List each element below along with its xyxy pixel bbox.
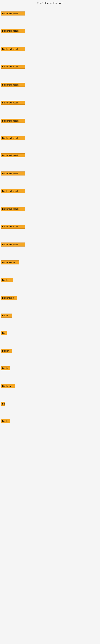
bottleneck-item: Bottlen — [1, 349, 12, 354]
bottleneck-badge[interactable]: Bottle — [1, 366, 10, 370]
bottleneck-badge[interactable]: Bot — [1, 331, 7, 335]
bottleneck-badge[interactable]: Bottleneck re — [1, 260, 19, 264]
bottleneck-badge[interactable]: Bottleneck result — [1, 242, 25, 246]
bottleneck-badge[interactable]: Bottleneck result — [1, 29, 25, 33]
bottleneck-badge[interactable]: Bottleneck result — [1, 47, 25, 51]
bottleneck-item: Bottle — [1, 366, 10, 371]
bottleneck-badge[interactable]: Bottleneck result — [1, 153, 25, 158]
bottleneck-item: Bottleneck result — [1, 224, 25, 230]
bottleneck-badge[interactable]: Bottleneck result — [1, 224, 25, 228]
bottleneck-item: Bo — [1, 402, 5, 406]
bottleneck-badge[interactable]: Bo — [1, 402, 5, 406]
bottleneck-badge[interactable]: Bottlenec — [1, 384, 15, 388]
bottleneck-item: Bottleneck result — [1, 47, 25, 52]
bottleneck-item: Bottleneck result — [1, 189, 25, 194]
items-container: Bottleneck resultBottleneck resultBottle… — [0, 6, 100, 449]
bottleneck-item: Bottleneck result — [1, 242, 25, 247]
bottleneck-item: Bottleneck result — [1, 136, 25, 141]
bottleneck-item: Bottleneck re — [1, 260, 19, 265]
bottleneck-item: Bottleneck result — [1, 64, 25, 70]
bottleneck-item: Bottleneck result — [1, 207, 25, 212]
bottleneck-item: Bottleneck r — [1, 296, 17, 301]
bottleneck-badge[interactable]: Bottleneck result — [1, 64, 25, 69]
site-title-bar: TheBottlenecker.com — [0, 0, 100, 6]
bottleneck-badge[interactable]: Bottleneck result — [1, 119, 25, 123]
bottleneck-item: Bottleneck result — [1, 119, 25, 124]
bottleneck-badge[interactable]: Bottleneck result — [1, 12, 25, 16]
site-title: TheBottlenecker.com — [0, 0, 100, 6]
bottleneck-badge[interactable]: Bottleneck r — [1, 296, 17, 300]
bottleneck-item: Bottleneck result — [1, 153, 25, 158]
bottleneck-item: Bottlen — [1, 314, 12, 318]
bottleneck-item: Bot — [1, 331, 7, 336]
bottleneck-badge[interactable]: Bottlen — [1, 314, 12, 318]
bottleneck-item: Bottleneck result — [1, 12, 25, 16]
bottleneck-badge[interactable]: Bottleneck result — [1, 189, 25, 193]
bottleneck-badge[interactable]: Bottle — [1, 419, 10, 423]
bottleneck-item: Bottleneck result — [1, 172, 25, 176]
bottleneck-item: Bottlene — [1, 278, 13, 283]
bottleneck-badge[interactable]: Bottleneck result — [1, 172, 25, 176]
bottleneck-badge[interactable]: Bottlen — [1, 349, 12, 353]
bottleneck-badge[interactable]: Bottlene — [1, 278, 13, 282]
bottleneck-badge[interactable]: Bottleneck result — [1, 83, 25, 87]
bottleneck-item: Bottleneck result — [1, 100, 25, 106]
bottleneck-item: Bottleneck result — [1, 29, 25, 34]
bottleneck-badge[interactable]: Bottleneck result — [1, 207, 25, 211]
bottleneck-item: Bottle — [1, 419, 10, 424]
bottleneck-badge[interactable]: Bottleneck result — [1, 136, 25, 140]
bottleneck-item: Bottleneck result — [1, 83, 25, 88]
bottleneck-badge[interactable]: Bottleneck result — [1, 100, 25, 105]
bottleneck-item: Bottlenec — [1, 384, 15, 389]
